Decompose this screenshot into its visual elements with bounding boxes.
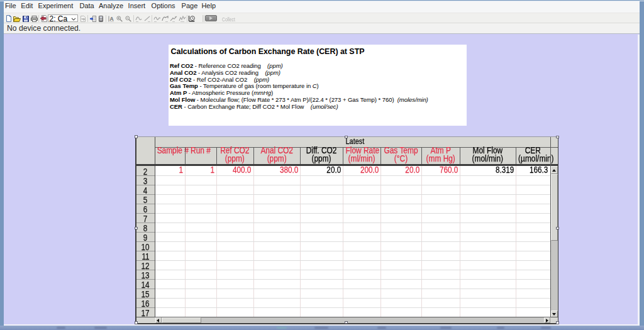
svg-text:A: A [109, 16, 113, 22]
